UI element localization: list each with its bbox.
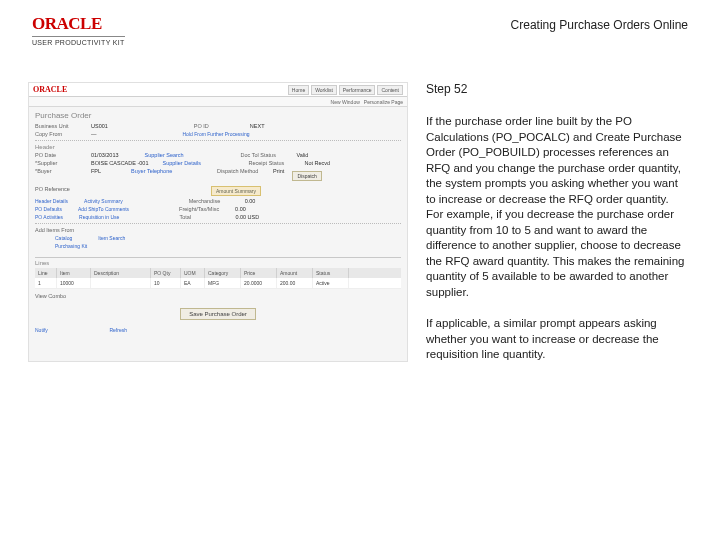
table-row[interactable]: 1 10000 10 EA MFG 20.0000 200.00 Active — [35, 278, 401, 289]
purchasing-kit-link[interactable]: Purchasing Kit — [55, 243, 87, 249]
activity-summary-link[interactable]: Activity Summary — [84, 198, 123, 204]
po-id-value: NEXT — [250, 123, 265, 129]
col-desc: Description — [91, 268, 151, 278]
cell-uom[interactable]: EA — [181, 278, 205, 288]
lines-grid: Lines Line Item Description PO Qty UOM C… — [35, 257, 401, 333]
total-label: Total — [179, 214, 229, 220]
paragraph-2: If applicable, a similar prompt appears … — [426, 316, 686, 363]
cell-price[interactable]: 20.0000 — [241, 278, 277, 288]
copy-from-label: Copy From — [35, 131, 85, 137]
cell-amount: 200.00 — [277, 278, 313, 288]
form-title: Purchase Order — [35, 111, 401, 120]
logo-subtitle: USER PRODUCTIVITY KIT — [32, 36, 125, 46]
lines-title: Lines — [35, 260, 401, 266]
bu-label: Business Unit — [35, 123, 85, 129]
header-section-title: Header — [35, 144, 401, 150]
freight-amount: 0.00 — [235, 206, 246, 212]
nav-tab-performance[interactable]: Performance — [339, 85, 376, 95]
po-defaults-link[interactable]: PO Defaults — [35, 206, 62, 212]
col-line: Line — [35, 268, 57, 278]
buyer-value[interactable]: FPL — [91, 168, 101, 184]
app-top-bar: ORACLE Home Worklist Performance Content — [29, 83, 407, 97]
hold-link[interactable]: Hold From Further Processing — [183, 131, 250, 137]
dispatch-value[interactable]: Print — [273, 168, 284, 184]
link-new-window[interactable]: New Window — [331, 99, 360, 105]
col-price: Price — [241, 268, 277, 278]
refresh-link[interactable]: Refresh — [109, 327, 127, 333]
buyer-label: *Buyer — [35, 168, 85, 184]
freight-label: Freight/Tax/Misc — [179, 206, 229, 212]
merch-amount: 0.00 — [245, 198, 256, 204]
notify-link[interactable]: Notify — [35, 327, 48, 333]
instruction-panel: Step 52 If the purchase order line built… — [426, 82, 686, 379]
bu-value: US001 — [91, 123, 108, 129]
po-activities-link[interactable]: PO Activities — [35, 214, 63, 220]
link-personalize[interactable]: Personalize Page — [364, 99, 403, 105]
doc-tol-value: Valid — [297, 152, 309, 158]
catalog-link[interactable]: Catalog — [55, 235, 72, 241]
app-logo: ORACLE — [33, 85, 67, 94]
app-nav-tabs: Home Worklist Performance Content — [288, 85, 403, 95]
cell-item[interactable]: 10000 — [57, 278, 91, 288]
amount-summary-box: Amount Summary — [211, 186, 261, 196]
doc-tol-label: Doc Tol Status — [241, 152, 291, 158]
dispatch-label: Dispatch Method — [217, 168, 267, 184]
merch-label: Merchandise — [189, 198, 239, 204]
cell-desc[interactable] — [91, 278, 151, 288]
supplier-search-link[interactable]: Supplier Search — [145, 152, 195, 158]
screenshot-thumbnail: ORACLE Home Worklist Performance Content… — [28, 82, 408, 362]
po-id-label: PO ID — [194, 123, 244, 129]
col-status: Status — [313, 268, 349, 278]
cell-status: Active — [313, 278, 349, 288]
col-amount: Amount — [277, 268, 313, 278]
receipt-status-value: Not Recvd — [304, 160, 330, 166]
header-details-link[interactable]: Header Details — [35, 198, 68, 204]
dispatch-button[interactable]: Dispatch — [292, 171, 321, 181]
step-label: Step 52 — [426, 82, 686, 96]
form-area: Purchase Order Business Unit US001 PO ID… — [29, 107, 407, 337]
app-sub-bar: New Window Personalize Page — [29, 97, 407, 107]
add-shipto-link[interactable]: Add ShipTo Comments — [78, 206, 129, 212]
document-title: Creating Purchase Orders Online — [511, 18, 688, 32]
po-date-value[interactable]: 01/03/2013 — [91, 152, 119, 158]
col-qty: PO Qty — [151, 268, 181, 278]
receipt-status-label: Receipt Status — [248, 160, 298, 166]
supplier-value[interactable]: BOISE CASCADE -001 — [91, 160, 148, 166]
logo-block: ORACLE USER PRODUCTIVITY KIT — [32, 14, 125, 46]
nav-tab-content[interactable]: Content — [377, 85, 403, 95]
oracle-logo: ORACLE — [32, 14, 125, 34]
nav-tab-worklist[interactable]: Worklist — [311, 85, 337, 95]
copy-from-value[interactable]: — — [91, 131, 97, 137]
content-row: ORACLE Home Worklist Performance Content… — [0, 52, 720, 379]
nav-tab-home[interactable]: Home — [288, 85, 309, 95]
grid-header: Line Item Description PO Qty UOM Categor… — [35, 268, 401, 278]
item-search-link[interactable]: Item Search — [98, 235, 125, 241]
save-po-button[interactable]: Save Purchase Order — [180, 308, 256, 320]
total-amount: 0.00 USD — [235, 214, 259, 220]
buyer-phone-link[interactable]: Buyer Telephone — [131, 168, 181, 184]
supplier-details-link[interactable]: Supplier Details — [162, 160, 212, 166]
col-cat: Category — [205, 268, 241, 278]
view-combo-label: View Combo — [35, 293, 66, 299]
cell-qty[interactable]: 10 — [151, 278, 181, 288]
po-ref-label: PO Reference — [35, 186, 85, 196]
cell-line: 1 — [35, 278, 57, 288]
supplier-label: *Supplier — [35, 160, 85, 166]
add-items-from-label: Add Items From — [35, 227, 85, 233]
page-header: ORACLE USER PRODUCTIVITY KIT Creating Pu… — [0, 0, 720, 52]
po-date-label: PO Date — [35, 152, 85, 158]
col-uom: UOM — [181, 268, 205, 278]
cell-cat[interactable]: MFG — [205, 278, 241, 288]
req-use-link[interactable]: Requisition in Use — [79, 214, 119, 220]
paragraph-1: If the purchase order line built by the … — [426, 114, 686, 300]
col-item: Item — [57, 268, 91, 278]
